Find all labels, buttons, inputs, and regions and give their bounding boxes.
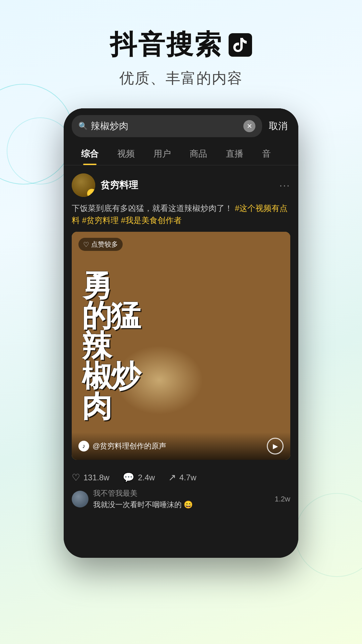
content-area: ✓ 贫穷料理 ··· 下饭菜到底有多凶猛，就看这道辣椒炒肉了！ #这个视频有点料… — [64, 165, 298, 465]
cancel-button[interactable]: 取消 — [266, 120, 290, 132]
play-button[interactable]: ▶ — [267, 438, 284, 454]
search-clear-button[interactable]: ✕ — [243, 120, 255, 132]
search-bar: 🔍 辣椒炒肉 ✕ 取消 — [64, 108, 298, 143]
tab-视频[interactable]: 视频 — [108, 143, 144, 165]
video-char-1: 勇 — [82, 270, 111, 301]
tab-综合[interactable]: 综合 — [72, 143, 108, 165]
verified-badge: ✓ — [87, 189, 95, 197]
search-icon: 🔍 — [78, 122, 87, 130]
phone-mockup: 🔍 辣椒炒肉 ✕ 取消 综合 视频 用户 商品 — [64, 108, 298, 558]
comment-content: 我不管我最美 我就没一次看时不咽唾沫的 😄 — [93, 488, 270, 510]
video-char-3: 辣 — [82, 331, 111, 361]
username[interactable]: 贫穷料理 — [101, 179, 138, 192]
phone-screen: 🔍 辣椒炒肉 ✕ 取消 综合 视频 用户 商品 — [64, 108, 298, 558]
tab-直播[interactable]: 直播 — [217, 143, 253, 165]
tab-商品[interactable]: 商品 — [180, 143, 217, 165]
user-row: ✓ 贫穷料理 ··· — [72, 173, 290, 197]
comment-preview: 我不管我最美 我就没一次看时不咽唾沫的 😄 1.2w — [64, 483, 298, 515]
tab-用户[interactable]: 用户 — [144, 143, 180, 165]
tiktok-note-icon: ♪ — [78, 441, 89, 451]
tabs-bar: 综合 视频 用户 商品 直播 音 — [64, 143, 298, 165]
post-text-normal: 下饭菜到底有多凶猛，就看这道辣椒炒肉了！ — [72, 204, 233, 213]
post-text: 下饭菜到底有多凶猛，就看这道辣椒炒肉了！ #这个视频有点料 #贫穷料理 #我是美… — [72, 202, 290, 226]
user-avatar[interactable]: ✓ — [72, 173, 95, 197]
video-char-2: 的猛 — [82, 301, 139, 331]
subtitle-text: 优质、丰富的内容 — [0, 68, 362, 88]
likes-stat[interactable]: ♡ 131.8w — [72, 472, 109, 483]
tab-音[interactable]: 音 — [253, 143, 280, 165]
comment-count: 1.2w — [275, 495, 290, 503]
tiktok-logo-icon — [229, 33, 252, 57]
sound-credit: @贫穷料理创作的原声 — [93, 441, 263, 451]
video-text-overlay: 勇 的猛 辣 椒炒 肉 — [72, 232, 290, 460]
main-title-text: 抖音搜索 — [110, 27, 223, 63]
share-icon: ↗ — [168, 472, 176, 483]
search-query-text: 辣椒炒肉 — [91, 120, 240, 132]
more-options-icon[interactable]: ··· — [279, 179, 290, 192]
likes-count: 131.8w — [83, 473, 109, 482]
main-title-wrapper: 抖音搜索 — [0, 27, 362, 63]
commenter-name: 我不管我最美 — [93, 488, 270, 498]
video-thumbnail[interactable]: ♡ 点赞较多 勇 的猛 辣 椒炒 肉 ♪ @贫穷料理创作的原声 — [72, 232, 290, 460]
heart-icon: ♡ — [72, 472, 80, 483]
comment-icon: 💬 — [123, 472, 134, 483]
video-bottom-bar: ♪ @贫穷料理创作的原声 ▶ — [72, 432, 290, 460]
shares-count: 4.7w — [179, 473, 196, 482]
comments-stat[interactable]: 💬 2.4w — [123, 472, 155, 483]
header-section: 抖音搜索 优质、丰富的内容 — [0, 0, 362, 102]
video-char-4: 椒炒 — [82, 361, 139, 391]
phone-wrapper: 🔍 辣椒炒肉 ✕ 取消 综合 视频 用户 商品 — [0, 108, 362, 558]
comments-count: 2.4w — [138, 473, 155, 482]
video-char-5: 肉 — [82, 391, 111, 421]
shares-stat[interactable]: ↗ 4.7w — [168, 472, 196, 483]
stats-row: ♡ 131.8w 💬 2.4w ↗ 4.7w — [64, 465, 298, 483]
comment-body: 我就没一次看时不咽唾沫的 😄 — [93, 500, 270, 510]
search-input-wrap[interactable]: 🔍 辣椒炒肉 ✕ — [72, 115, 262, 137]
commenter-avatar — [72, 491, 88, 507]
